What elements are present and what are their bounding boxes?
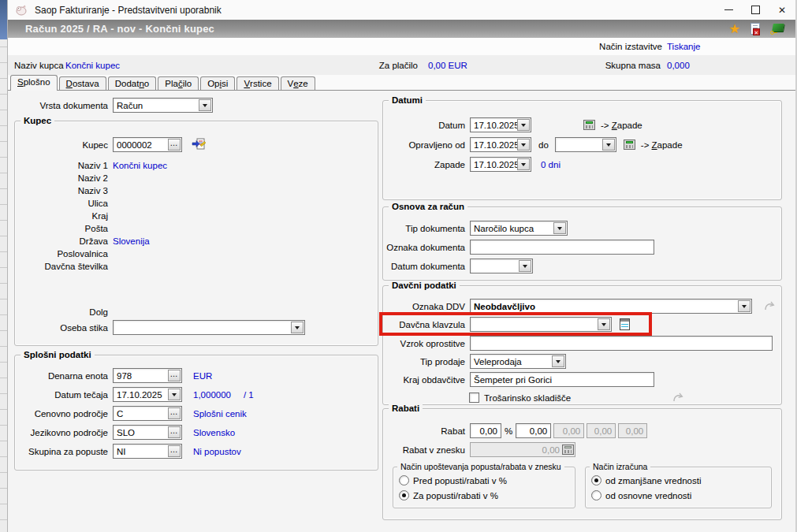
- customer-row: Kupec 0000002 …: [8, 137, 206, 152]
- radio-od-osnovne[interactable]: [591, 490, 601, 500]
- dropdown-button[interactable]: [168, 389, 181, 400]
- calculator-icon[interactable]: [624, 140, 635, 150]
- dropdown-button[interactable]: [199, 99, 211, 111]
- contact-person-select[interactable]: [113, 320, 305, 335]
- customer-name-label: Naziv kupca: [14, 58, 64, 73]
- favorite-star-icon[interactable]: ★: [729, 23, 740, 35]
- dropdown-button[interactable]: [738, 300, 750, 312]
- issue-mode-label: Način izstavitve: [587, 39, 662, 54]
- to-label: do: [538, 140, 549, 150]
- discount-mode-option-2[interactable]: Za popusti/rabati v %: [399, 489, 498, 501]
- tab-dodatno[interactable]: Dodatno: [108, 76, 157, 90]
- radio-od-zmanjsane[interactable]: [591, 475, 601, 485]
- sale-type-select[interactable]: Veleprodaja: [470, 354, 566, 369]
- price-area-input[interactable]: C…: [113, 406, 182, 421]
- document-title: Račun 2025 / RA - nov - Končni kupec: [25, 23, 214, 35]
- tab-vrstice[interactable]: Vrstice: [236, 76, 278, 90]
- basis-doc-type-select[interactable]: Naročilo kupca: [470, 221, 568, 236]
- discount-mode-group-title: Način upoštevanja popusta/rabata v znesk…: [397, 462, 564, 472]
- dropdown-button[interactable]: [602, 139, 615, 151]
- tab-placilo[interactable]: Plačilo: [158, 76, 199, 90]
- maximize-button[interactable]: [742, 0, 769, 20]
- basis-doc-date-picker[interactable]: [470, 259, 533, 273]
- calculation-mode-option-1[interactable]: od zmanjšane vrednosti: [591, 474, 701, 486]
- lookup-button[interactable]: …: [168, 445, 181, 457]
- dropdown-button[interactable]: [291, 322, 304, 333]
- rate-value: 1,000000: [193, 390, 231, 400]
- tax-place-row: Kraj obdavčitve Šempeter pri Gorici: [367, 372, 654, 387]
- exemption-reason-input[interactable]: [470, 336, 773, 351]
- due-date-picker[interactable]: 17.10.2025: [470, 157, 531, 172]
- excise-warehouse-checkbox[interactable]: [469, 392, 479, 403]
- calculator-icon[interactable]: [583, 120, 595, 130]
- radio-za-popusti[interactable]: [399, 490, 409, 500]
- screen: Saop Fakturiranje - Predstavitveni upora…: [0, 0, 797, 532]
- discount-group-info: Ni popustov: [193, 447, 241, 456]
- performed-to-picker[interactable]: [555, 137, 616, 152]
- due-date-link[interactable]: -> Zapade: [601, 121, 642, 130]
- dropdown-button[interactable]: [517, 119, 530, 131]
- total-mass-label: Skupna masa: [586, 58, 661, 73]
- currency-input[interactable]: 978…: [113, 368, 182, 383]
- dropdown-button[interactable]: [519, 260, 531, 272]
- app-icon: [14, 4, 28, 17]
- excise-warehouse-label: Trošarinsko skladišče: [484, 393, 571, 403]
- tab-veze[interactable]: Veze: [281, 76, 315, 90]
- dropdown-button[interactable]: [517, 139, 530, 151]
- lookup-button[interactable]: …: [168, 139, 181, 151]
- edit-customer-icon[interactable]: [192, 138, 206, 152]
- price-area-row: Cenovno področje C… Splošni cenik: [8, 406, 247, 421]
- chevron-down-icon: [295, 326, 300, 329]
- vat-code-select[interactable]: Neobdavčljivo: [470, 299, 752, 314]
- lookup-button[interactable]: …: [168, 407, 181, 419]
- document-caption-bar: Račun 2025 / RA - nov - Končni kupec ★ ✕: [8, 20, 795, 38]
- chevron-down-icon: [203, 104, 207, 107]
- close-button[interactable]: ✕: [769, 0, 795, 20]
- minimize-button[interactable]: [715, 0, 742, 20]
- chevron-down-icon: [742, 305, 747, 308]
- rebate-percent-input-2[interactable]: 0,00: [516, 423, 551, 438]
- rebate-percent-input-1[interactable]: 0,00: [470, 423, 501, 438]
- customer-group-title: Kupec: [20, 116, 54, 126]
- exemption-reason-row: Vzrok oprostitve: [367, 336, 773, 351]
- dropdown-button[interactable]: [553, 222, 566, 234]
- jump-arrow-icon: [763, 300, 776, 313]
- calculation-mode-option-2[interactable]: od osnovne vrednosti: [591, 489, 691, 501]
- radio-pred-popusti[interactable]: [399, 475, 409, 485]
- notes-icon[interactable]: [620, 318, 630, 330]
- discount-mode-option-1[interactable]: Pred popusti/rabati v %: [399, 474, 507, 486]
- dropdown-button[interactable]: [517, 158, 530, 170]
- ellipsis-icon: …: [170, 140, 179, 147]
- dropdown-button[interactable]: [598, 318, 610, 330]
- lookup-button[interactable]: …: [168, 370, 181, 381]
- tab-splosno[interactable]: Splošno: [10, 75, 58, 91]
- contact-person-label: Oseba stika: [8, 323, 108, 333]
- due-row: Zapade 17.10.2025 0 dni: [367, 157, 561, 172]
- document-type-select[interactable]: Račun: [113, 98, 213, 113]
- tab-dostava[interactable]: Dostava: [59, 76, 106, 90]
- performed-from-picker[interactable]: 17.10.2025: [470, 137, 531, 152]
- close-document-icon[interactable]: ✕: [750, 23, 760, 35]
- ellipsis-icon: …: [170, 427, 179, 435]
- issue-mode-value[interactable]: Tiskanje: [667, 39, 700, 54]
- rate-date-picker[interactable]: 17.10.2025: [113, 387, 182, 402]
- language-area-input[interactable]: SLO…: [113, 425, 182, 440]
- lookup-button[interactable]: …: [168, 426, 181, 438]
- chevron-down-icon: [557, 227, 562, 230]
- tax-place-input[interactable]: Šempeter pri Gorici: [470, 372, 654, 387]
- dropdown-button[interactable]: [552, 355, 564, 367]
- tax-clause-select[interactable]: [470, 317, 612, 332]
- country-value: Slovenija: [113, 236, 150, 246]
- due-date-link[interactable]: -> Zapade: [641, 140, 683, 150]
- ellipsis-icon: …: [170, 370, 179, 378]
- tab-opisi[interactable]: Opisi: [200, 76, 235, 90]
- app-window: Saop Fakturiranje - Predstavitveni upora…: [8, 0, 797, 532]
- customer-code-input[interactable]: 0000002 …: [113, 137, 182, 152]
- date-picker[interactable]: 17.10.2025: [470, 117, 531, 132]
- discount-group-input[interactable]: NI…: [113, 444, 182, 459]
- minimize-icon: [724, 9, 733, 10]
- chevron-down-icon: [521, 124, 526, 127]
- rate-ratio: / 1: [244, 390, 254, 400]
- help-book-icon[interactable]: [770, 23, 784, 35]
- basis-doc-code-input[interactable]: [470, 240, 654, 255]
